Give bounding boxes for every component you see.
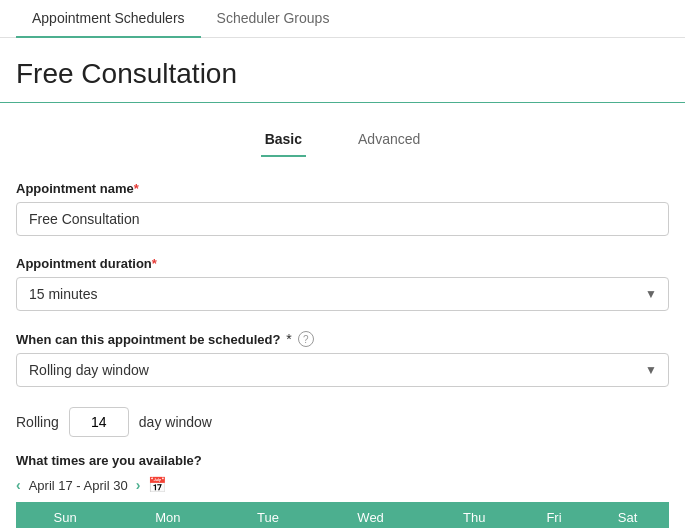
rolling-prefix-label: Rolling: [16, 414, 59, 430]
inner-tab-bar: Basic Advanced: [0, 123, 685, 157]
top-navigation: Appointment Schedulers Scheduler Groups: [0, 0, 685, 38]
date-range-label: April 17 - April 30: [29, 478, 128, 493]
date-next-arrow[interactable]: ›: [136, 477, 141, 493]
form-content: Appointment name* Appointment duration* …: [0, 181, 685, 528]
rolling-suffix-label: day window: [139, 414, 212, 430]
scheduling-window-label: When can this appointment be scheduled?: [16, 332, 280, 347]
nav-tab-appointment-schedulers[interactable]: Appointment Schedulers: [16, 0, 201, 38]
calendar-header-row: Sun Mon Tue Wed Thu Fri Sat: [16, 502, 669, 528]
appointment-name-label: Appointment name*: [16, 181, 669, 196]
appointment-duration-label: Appointment duration*: [16, 256, 669, 271]
nav-tab-scheduler-groups[interactable]: Scheduler Groups: [201, 0, 346, 38]
scheduling-window-label-row: When can this appointment be scheduled?*…: [16, 331, 669, 347]
appointment-duration-wrapper: 15 minutes 30 minutes 45 minutes 60 minu…: [16, 277, 669, 311]
available-times-label: What times are you available?: [16, 453, 669, 468]
cal-header-mon: Mon: [114, 502, 221, 528]
calendar-icon[interactable]: 📅: [148, 476, 167, 494]
scheduling-window-wrapper: Rolling day window Fixed date range ▼: [16, 353, 669, 387]
date-navigation: ‹ April 17 - April 30 › 📅: [16, 476, 669, 494]
required-indicator-window: *: [286, 331, 291, 347]
scheduling-window-help-icon[interactable]: ?: [298, 331, 314, 347]
appointment-duration-field: Appointment duration* 15 minutes 30 minu…: [16, 256, 669, 311]
cal-header-thu: Thu: [427, 502, 522, 528]
required-indicator: *: [134, 181, 139, 196]
appointment-duration-select[interactable]: 15 minutes 30 minutes 45 minutes 60 minu…: [16, 277, 669, 311]
cal-header-sun: Sun: [16, 502, 114, 528]
scheduling-window-select[interactable]: Rolling day window Fixed date range: [16, 353, 669, 387]
required-indicator-duration: *: [152, 256, 157, 271]
appointment-name-field: Appointment name*: [16, 181, 669, 236]
rolling-days-input[interactable]: [69, 407, 129, 437]
tab-basic[interactable]: Basic: [261, 123, 306, 157]
available-times-section: What times are you available? ‹ April 17…: [16, 453, 669, 528]
date-prev-arrow[interactable]: ‹: [16, 477, 21, 493]
appointment-name-input[interactable]: [16, 202, 669, 236]
cal-header-fri: Fri: [522, 502, 586, 528]
cal-header-tue: Tue: [221, 502, 314, 528]
cal-header-wed: Wed: [314, 502, 426, 528]
rolling-row: Rolling day window: [16, 407, 669, 437]
tab-advanced[interactable]: Advanced: [354, 123, 424, 157]
page-header: Free Consultation: [0, 38, 685, 103]
calendar-table: Sun Mon Tue Wed Thu Fri Sat 17 18 19 20 …: [16, 502, 669, 528]
page-title: Free Consultation: [16, 58, 669, 90]
scheduling-window-field: When can this appointment be scheduled?*…: [16, 331, 669, 387]
cal-header-sat: Sat: [586, 502, 669, 528]
